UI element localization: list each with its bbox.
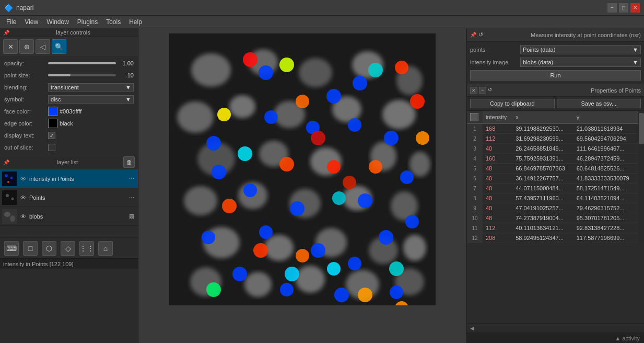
cell-row-num: 7: [467, 184, 483, 193]
svg-point-77: [368, 63, 383, 77]
menu-plugins[interactable]: Plugins: [73, 17, 102, 27]
canvas-svg: [169, 33, 436, 305]
display-text-checkbox[interactable]: ✓: [48, 132, 55, 139]
menu-window[interactable]: Window: [42, 17, 73, 27]
delete-tool-button[interactable]: ✕: [3, 39, 18, 54]
menu-help[interactable]: Help: [125, 17, 146, 27]
svg-rect-4: [2, 190, 17, 205]
layer-item-points[interactable]: 👁 Points ⋯: [0, 188, 138, 207]
menu-tools[interactable]: Tools: [102, 17, 125, 27]
table-row: 3 40 26.24658851849... 111.6461996467...: [467, 144, 638, 154]
scroll-left-button[interactable]: ◄: [469, 325, 475, 332]
intensity-chevron-icon: ▼: [633, 59, 638, 65]
cell-intensity: 40: [483, 144, 512, 154]
cell-y: 95.30701781205...: [573, 213, 638, 223]
data-table[interactable]: intensity x y 1 168 39.11988292530... 21…: [467, 111, 644, 323]
svg-point-58: [400, 170, 414, 184]
col-header-y[interactable]: y: [573, 111, 638, 124]
svg-point-54: [390, 285, 403, 299]
visibility-icon-points[interactable]: 👁: [19, 193, 27, 202]
properties-minimize-button[interactable]: −: [479, 87, 486, 94]
edge-color-row: edge color: black: [4, 118, 134, 129]
svg-point-41: [259, 65, 273, 80]
table-nav-bar: ◄: [467, 323, 644, 333]
svg-point-57: [358, 193, 372, 208]
home-button[interactable]: ⌂: [98, 241, 113, 256]
svg-point-17: [229, 95, 255, 118]
visibility-icon-intensity[interactable]: 👁: [19, 175, 27, 183]
svg-point-37: [244, 272, 272, 297]
face-color-swatch[interactable]: [48, 107, 57, 116]
col-header-x[interactable]: x: [512, 111, 573, 124]
delete-layer-button[interactable]: 🗑: [123, 156, 135, 168]
cell-row-num: 3: [467, 144, 483, 154]
select-all-checkbox[interactable]: [470, 113, 478, 121]
copy-to-clipboard-button[interactable]: Copy to clipboard: [470, 99, 555, 108]
points-value: Points (data): [523, 47, 555, 53]
svg-point-61: [326, 89, 341, 104]
opacity-slider-container: 1.00: [48, 60, 134, 66]
layer-controls-pin-icon: 📌: [3, 30, 9, 36]
3d-button[interactable]: ⬡: [42, 241, 56, 256]
blending-dropdown[interactable]: translucent ▼: [48, 83, 134, 92]
svg-point-43: [264, 110, 278, 124]
properties-close-button[interactable]: ✕: [470, 87, 477, 94]
add-points-button[interactable]: ⊕: [19, 39, 34, 54]
run-button[interactable]: Run: [470, 70, 641, 81]
canvas-area[interactable]: [138, 28, 466, 343]
plugin-header: 📌 ↺ Measure intensity at point coordinat…: [467, 28, 644, 42]
menu-file[interactable]: File: [2, 17, 20, 27]
symbol-dropdown[interactable]: disc ▼: [48, 95, 134, 104]
close-button[interactable]: ✕: [630, 3, 640, 13]
maximize-button[interactable]: □: [619, 3, 628, 13]
svg-point-25: [409, 152, 430, 177]
menu-view[interactable]: View: [20, 17, 42, 27]
edge-color-swatch[interactable]: [48, 119, 57, 128]
scrollbar-thumb[interactable]: [639, 113, 644, 144]
svg-point-49: [311, 243, 325, 258]
point-size-slider-container: 10: [48, 72, 134, 78]
grid-button[interactable]: ⋮⋮: [79, 241, 94, 256]
layer-item-blobs[interactable]: 👁 blobs 🖼: [0, 207, 138, 226]
svg-point-67: [311, 131, 325, 145]
visibility-icon-blobs[interactable]: 👁: [19, 212, 27, 221]
properties-title: Properties of Points: [591, 87, 641, 94]
layer-list-header-label: layer list: [11, 159, 123, 165]
table-scrollbar[interactable]: [638, 111, 644, 243]
layer-name-blobs: blobs: [29, 213, 125, 220]
edge-color-name: black: [60, 120, 73, 127]
svg-point-71: [253, 243, 268, 258]
cell-x: 44.07115000484...: [512, 184, 573, 193]
diamond-button[interactable]: ◇: [61, 241, 75, 256]
save-as-csv-button[interactable]: Save as csv...: [557, 99, 641, 108]
points-dropdown[interactable]: Points (data) ▼: [520, 45, 641, 54]
svg-point-68: [327, 160, 341, 174]
layer-thumb-points: [2, 190, 17, 205]
title-bar-controls: − □ ✕: [607, 3, 640, 13]
svg-point-84: [217, 108, 231, 121]
symbol-value: disc: [51, 96, 61, 102]
select-tool-button[interactable]: ◁: [36, 39, 50, 54]
plugin-refresh-icon[interactable]: ↺: [478, 31, 483, 38]
search-tool-button[interactable]: 🔍: [52, 39, 66, 54]
minimize-button[interactable]: −: [607, 3, 617, 13]
out-of-slice-checkbox[interactable]: [48, 144, 55, 151]
layer-name-points: Points: [29, 195, 125, 201]
properties-refresh-icon[interactable]: ↺: [488, 87, 492, 94]
2d-button[interactable]: □: [23, 241, 38, 256]
toolbar-row: ✕ ⊕ ◁ 🔍: [0, 37, 138, 56]
app-icon: 🔷: [4, 4, 13, 12]
table-row: 9 40 47.04191025257... 79.46296315752...: [467, 203, 638, 213]
layer-item-intensity-in-points[interactable]: 👁 intensity in Points ⋯: [0, 169, 138, 188]
opacity-slider[interactable]: [48, 62, 116, 64]
image-canvas[interactable]: [169, 33, 436, 305]
svg-point-76: [369, 160, 382, 174]
col-header-intensity[interactable]: intensity: [483, 111, 512, 124]
intensity-image-row: intensity image blobs (data) ▼: [470, 58, 641, 67]
svg-point-69: [279, 157, 294, 172]
console-button[interactable]: ⌨: [4, 241, 19, 256]
svg-point-75: [222, 199, 237, 213]
blending-label: blending:: [4, 84, 46, 90]
point-size-slider[interactable]: [48, 74, 116, 76]
intensity-dropdown[interactable]: blobs (data) ▼: [520, 58, 641, 67]
